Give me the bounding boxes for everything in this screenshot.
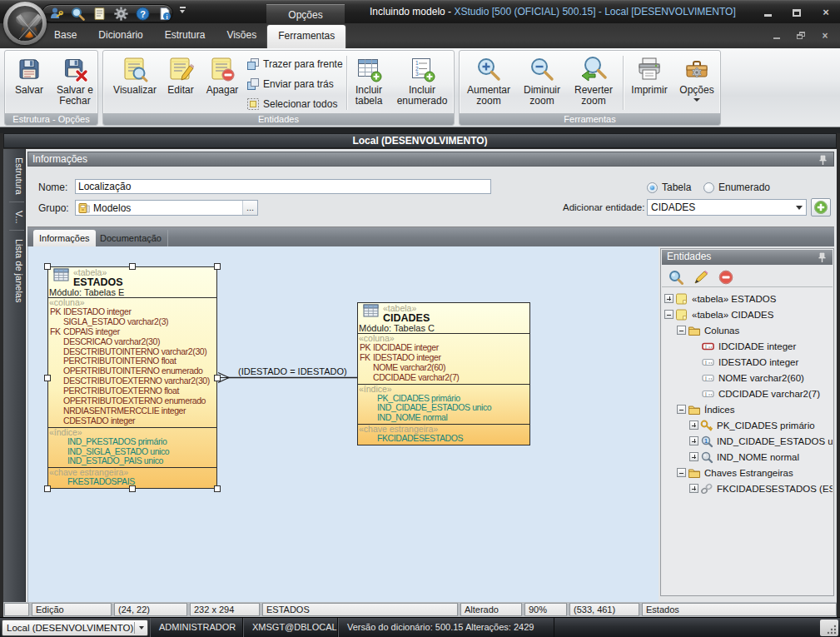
enviar-para-tras-button[interactable]: Enviar para trás [246, 77, 334, 91]
selection-handle[interactable] [214, 263, 221, 270]
ribbon-tab-dicionário[interactable]: Dicionário [87, 23, 153, 48]
tree-item[interactable]: «tabela» ESTADOS [662, 291, 833, 306]
user-permissions-icon[interactable] [49, 7, 63, 21]
aumentar-zoom-button[interactable]: Aumentar zoom [463, 53, 514, 107]
tree-item[interactable]: IIDCIDADE integer [662, 338, 833, 354]
entidades-delete-icon[interactable] [718, 270, 732, 283]
tree-item[interactable]: 1IND_CIDADE_ESTADOS unico [662, 433, 833, 449]
selecionar-todos-button[interactable]: Selecionar todos [246, 97, 337, 111]
radio-enumerado[interactable]: Enumerado [703, 182, 770, 193]
visualizar-button[interactable]: Visualizar [109, 53, 161, 96]
grupo-browse-button[interactable]: ... [242, 201, 257, 215]
settings-gear-icon[interactable] [114, 7, 128, 21]
opcoes-button[interactable]: Opções [676, 53, 718, 102]
tree-item[interactable]: PK_CIDADES primário [662, 417, 833, 433]
reverter-zoom-button[interactable]: Reverter zoom [569, 53, 618, 107]
tree-item[interactable]: «tabela» CIDADES [662, 306, 833, 322]
diminuir-zoom-button[interactable]: Diminuir zoom [518, 53, 566, 107]
column-text: IDESTADO integer [373, 352, 441, 362]
tree-expand-glyph[interactable] [664, 294, 673, 303]
side-tab-lista-de-janelas[interactable]: Lista de janelas [9, 231, 24, 309]
mdi-restore-button[interactable] [796, 31, 806, 41]
notes-icon[interactable] [92, 7, 107, 21]
tree-expand-glyph[interactable] [689, 484, 698, 493]
incluir-enumerado-button[interactable]: 123 Incluir enumerado [393, 53, 451, 107]
tree-expand-glyph[interactable] [689, 421, 698, 430]
side-tab-estrutura[interactable]: Estrutura [9, 149, 24, 202]
diagram-canvas[interactable]: (IDESTADO = IDESTADO) «tabela»ESTADOSMód… [27, 246, 659, 602]
entity-cidades[interactable]: «tabela»CIDADESMódulo: Tabelas C«coluna»… [357, 302, 530, 445]
tree-expand-glyph[interactable] [677, 405, 686, 414]
close-button[interactable]: × [820, 7, 832, 18]
column-text: SIGLA_ESTADO varchar2(3) [63, 316, 168, 326]
search-icon[interactable] [71, 7, 85, 21]
radio-tabela-dot[interactable] [647, 182, 658, 193]
mdi-minimize-button[interactable] [772, 31, 782, 41]
selection-handle[interactable] [214, 485, 221, 492]
editar-button[interactable]: Editar [162, 53, 200, 96]
entidades-edit-icon[interactable] [693, 270, 707, 283]
salvar-button[interactable]: Salvar [9, 53, 49, 96]
tree-expand-glyph[interactable] [677, 468, 686, 477]
trazer-para-frente-button[interactable]: Trazer para frente [246, 57, 343, 71]
tree-item[interactable]: INOME varchar2(60) [662, 370, 833, 386]
radio-tabela[interactable]: Tabela [647, 182, 691, 193]
selection-handle[interactable] [129, 263, 136, 270]
maximize-button[interactable] [791, 7, 803, 18]
adicionar-entidade-combo[interactable]: CIDADES [647, 199, 807, 216]
help-icon[interactable]: ? [136, 7, 150, 21]
tree-item[interactable]: Colunas [662, 322, 833, 338]
group-caption: Ferramentas [460, 113, 720, 125]
tree-item[interactable]: IND_NOME normal [662, 449, 833, 465]
grupo-combo[interactable]: Modelos ... [75, 200, 258, 216]
tree-item[interactable]: IIDESTADO integer [662, 354, 833, 370]
ribbon: Salvar Salvar e Fechar Estrutura - Opçõe… [0, 48, 840, 127]
salvar-e-fechar-button[interactable]: Salvar e Fechar [53, 53, 97, 107]
ribbon-tab-visões[interactable]: Visões [216, 23, 267, 48]
environment-combo[interactable]: Local (DESENVOLVIMENTO) [2, 620, 148, 636]
selection-handle[interactable] [129, 485, 136, 492]
tree-item[interactable]: ICDCIDADE varchar2(7) [662, 386, 833, 401]
mdi-close-button[interactable]: × [820, 31, 830, 41]
tree-item[interactable]: Índices [662, 401, 833, 417]
selection-handle[interactable] [214, 375, 221, 381]
apagar-button[interactable]: Apagar [201, 53, 243, 96]
imprimir-button[interactable]: Imprimir [626, 53, 673, 96]
grupo-value: Modelos [91, 202, 242, 214]
application-menu-button[interactable] [3, 2, 47, 45]
table-icon [53, 268, 70, 282]
tree-expand-glyph[interactable] [689, 436, 698, 445]
tab-documentacao[interactable]: Documentação [94, 230, 168, 247]
document-info-icon[interactable]: i [157, 7, 171, 21]
ribbon-tab-estrutura[interactable]: Estrutura [154, 23, 216, 48]
incluir-tabela-button[interactable]: Incluir tabela [345, 53, 393, 107]
selection-handle[interactable] [44, 485, 51, 492]
tree-item[interactable]: FKCIDADESESTADOS (ESTADOS) [662, 480, 833, 496]
entity-estados[interactable]: «tabela»ESTADOSMódulo: Tabelas E«coluna»… [47, 266, 217, 489]
tab-informacoes[interactable]: Informações [33, 230, 96, 247]
side-tab-v[interactable]: V... [9, 202, 24, 231]
info-tab-strip: Informações Documentação [27, 226, 834, 246]
selection-handle[interactable] [44, 263, 51, 270]
ribbon-tab-ferramentas[interactable]: Ferramentas [267, 25, 345, 48]
add-entity-button[interactable] [811, 198, 831, 216]
selection-handle[interactable] [44, 375, 51, 381]
radio-enumerado-dot[interactable] [703, 182, 714, 193]
combo-arrow-icon[interactable] [793, 206, 806, 210]
tree-expand-glyph[interactable] [664, 310, 673, 319]
minimize-button[interactable] [762, 7, 773, 18]
contextual-tab-opcoes[interactable]: Opções [266, 4, 345, 24]
tree-expand-glyph[interactable] [689, 452, 698, 461]
ribbon-tab-base[interactable]: Base [43, 23, 87, 48]
pin-icon[interactable] [818, 155, 828, 166]
tree-item[interactable]: Chaves Estrangeiras [662, 465, 833, 480]
nome-input[interactable]: Localização [75, 179, 491, 194]
tree-item-label: IDCIDADE integer [718, 341, 796, 351]
field-pk-icon: I [702, 340, 715, 353]
entidades-pin-icon[interactable] [818, 252, 827, 263]
resize-grip[interactable] [820, 620, 838, 636]
tree-expand-glyph[interactable] [677, 326, 686, 335]
quick-access-customize-icon[interactable] [176, 7, 188, 20]
entidades-search-icon[interactable] [669, 270, 682, 283]
radio-tabela-label: Tabela [662, 182, 691, 193]
